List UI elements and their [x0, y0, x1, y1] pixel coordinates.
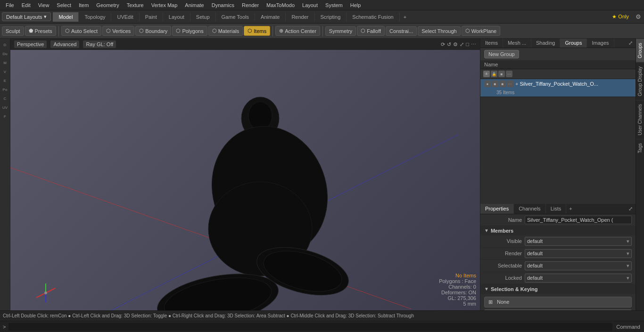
workplane-button[interactable]: ⬡ WorkPlane	[462, 26, 501, 36]
props-tab-expand[interactable]: ⤢	[626, 204, 636, 214]
side-tab-user-channels[interactable]: User Channels	[636, 100, 644, 139]
selection-section-header[interactable]: ▼ Selection & Keying	[480, 284, 636, 294]
tab-schematic[interactable]: Schematic Fusion	[347, 12, 399, 22]
props-tab-properties[interactable]: Properties	[480, 204, 514, 214]
menu-edit[interactable]: Edit	[18, 1, 34, 9]
menu-system[interactable]: System	[322, 1, 347, 9]
viewport[interactable]: Perspective Advanced Ray GL: Off ⟳ ↺ ⚙ ⤢…	[10, 39, 480, 310]
tab-render[interactable]: Render	[286, 12, 314, 22]
viewport-icon-rotate[interactable]: ⟳	[441, 41, 445, 48]
gear-icon[interactable]: ⚙	[633, 12, 644, 21]
left-tool-1[interactable]: D	[1, 40, 9, 49]
materials-button[interactable]: ⬡ Materials	[208, 26, 243, 36]
tab-layout[interactable]: Layout	[163, 12, 190, 22]
menu-texture[interactable]: Texture	[123, 1, 148, 9]
star-only-button[interactable]: ★ Only	[608, 13, 633, 21]
action-center-button[interactable]: ⊕ Action Center	[275, 26, 320, 36]
menu-file[interactable]: File	[2, 1, 18, 9]
sub-tab-groups[interactable]: Groups	[560, 39, 587, 48]
tab-uvedit[interactable]: UVEdit	[111, 12, 139, 22]
viewport-icon-maximize[interactable]: □	[466, 41, 469, 48]
side-tab-group-display[interactable]: Group Display	[636, 62, 644, 100]
render-select[interactable]: default ▾	[525, 249, 632, 258]
menu-vertexmap[interactable]: Vertex Map	[148, 1, 182, 9]
locked-select[interactable]: default ▾	[525, 274, 632, 283]
item-render-icon[interactable]: ■	[499, 81, 506, 87]
group-tree-item[interactable]: ● ■ ■ ⋯ + Silver_Tiffany_Pocket_Watch_O.…	[480, 79, 636, 89]
item-eye-icon[interactable]: ●	[484, 81, 491, 87]
left-tool-7[interactable]: C	[1, 94, 9, 103]
perspective-label[interactable]: Perspective	[14, 40, 47, 48]
polygons-button[interactable]: ⬡ Polygons	[172, 26, 207, 36]
menu-dynamics[interactable]: Dynamics	[208, 1, 238, 9]
advanced-label[interactable]: Advanced	[50, 40, 79, 48]
boundary-button[interactable]: ⬡ Boundary	[135, 26, 171, 36]
tab-gametools[interactable]: Game Tools	[216, 12, 256, 22]
menu-help[interactable]: Help	[347, 1, 365, 9]
more-icon[interactable]: ⋯	[506, 71, 512, 77]
render-icon[interactable]: ■	[498, 71, 505, 77]
left-tool-4[interactable]: V	[1, 67, 9, 76]
props-tab-lists[interactable]: Lists	[546, 204, 567, 214]
members-section-header[interactable]: ▼ Members	[480, 226, 636, 235]
layout-tab-plus[interactable]: +	[400, 12, 410, 22]
items-button[interactable]: ⬡ Items	[244, 26, 270, 36]
command-input[interactable]	[8, 323, 612, 331]
new-group-button[interactable]: New Group	[484, 50, 519, 58]
sub-tab-items[interactable]: Items	[480, 39, 503, 48]
left-tool-6[interactable]: Po	[1, 85, 9, 94]
sub-tab-mesh[interactable]: Mesh ...	[503, 39, 531, 48]
viewport-icon-settings[interactable]: ⚙	[453, 41, 458, 48]
item-extra-icon[interactable]: ⋯	[507, 81, 513, 87]
svg-line-11	[46, 288, 55, 293]
falloff-button[interactable]: ⬡ Falloff	[357, 26, 385, 36]
none-button[interactable]: ⊞ None	[484, 297, 632, 308]
tab-setup[interactable]: Setup	[190, 12, 216, 22]
auto-select-button[interactable]: ⬡ Auto Select	[61, 26, 101, 36]
menu-maxtomodo[interactable]: MaxToModo	[263, 1, 298, 9]
name-prop-input[interactable]: Silver_Tiffany_Pocket_Watch_Open (	[525, 216, 632, 224]
select-items-button[interactable]: Select Items	[484, 309, 632, 311]
viewport-icon-more[interactable]: ⋯	[471, 41, 476, 48]
sub-tab-shading[interactable]: Shading	[531, 39, 560, 48]
tab-paint[interactable]: Paint	[140, 12, 163, 22]
ray-gl-label[interactable]: Ray GL: Off	[83, 40, 116, 48]
sculpt-button[interactable]: Sculpt	[2, 26, 24, 36]
left-tool-9[interactable]: F	[1, 112, 9, 121]
left-tool-8[interactable]: UV	[1, 103, 9, 112]
props-tab-channels[interactable]: Channels	[514, 204, 545, 214]
menu-select[interactable]: Select	[53, 1, 75, 9]
viewport-icon-refresh[interactable]: ↺	[447, 41, 451, 48]
menu-geometry[interactable]: Geometry	[92, 1, 123, 9]
props-tab-plus[interactable]: +	[566, 204, 575, 214]
viewport-icon-expand[interactable]: ⤢	[460, 41, 464, 48]
tab-scripting[interactable]: Scripting	[315, 12, 347, 22]
lock-icon[interactable]: 🔒	[491, 71, 497, 77]
menu-animate[interactable]: Animate	[181, 1, 207, 9]
visible-select[interactable]: default ▾	[525, 237, 632, 246]
presets-button[interactable]: ⬟ Presets	[25, 26, 56, 36]
layout-selector[interactable]: Default Layouts ▾	[2, 12, 51, 21]
left-tool-2[interactable]: Du	[1, 49, 9, 58]
left-tool-3[interactable]: M	[1, 58, 9, 67]
menu-item[interactable]: Item	[75, 1, 92, 9]
selectable-select[interactable]: default ▾	[525, 261, 632, 270]
vertices-button[interactable]: ⬡ Vertices	[102, 26, 134, 36]
left-tool-5[interactable]: E	[1, 76, 9, 85]
visibility-icon[interactable]: 👁	[483, 71, 490, 77]
select-through-button[interactable]: Select Through	[418, 26, 460, 36]
constraint-button[interactable]: Constrai...	[386, 26, 417, 36]
side-tab-groups[interactable]: Groups	[636, 39, 644, 62]
tab-model[interactable]: Model	[53, 12, 79, 22]
menu-layout[interactable]: Layout	[298, 1, 322, 9]
item-lock-icon[interactable]: ■	[492, 81, 498, 87]
sub-tab-images[interactable]: Images	[587, 39, 614, 48]
sub-tabs-expand[interactable]: ⤢	[626, 39, 636, 48]
symmetry-button[interactable]: Symmetry	[325, 26, 356, 36]
side-tab-tags[interactable]: Tags	[636, 139, 644, 157]
tab-animate[interactable]: Animate	[255, 12, 286, 22]
viewport-canvas[interactable]: No Items Polygons : Face Channels: 0 Def…	[10, 50, 480, 310]
menu-view[interactable]: View	[34, 1, 53, 9]
tab-topology[interactable]: Topology	[79, 12, 111, 22]
menu-render[interactable]: Render	[238, 1, 263, 9]
